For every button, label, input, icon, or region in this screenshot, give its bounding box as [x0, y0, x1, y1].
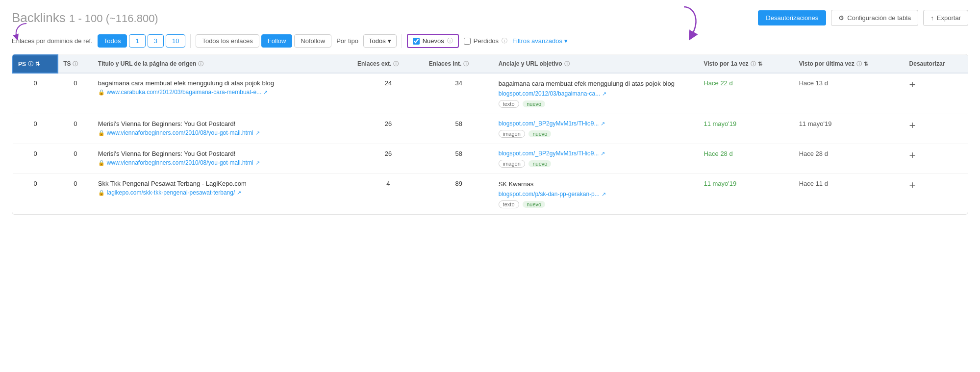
enlaces-int-cell: 89 [424, 174, 494, 215]
external-link-icon[interactable]: ↗ [237, 190, 241, 196]
desautorizar-column-header: Desautorizar [905, 55, 968, 73]
perdidos-info-icon[interactable]: ⓘ [502, 37, 507, 45]
header-actions: Desautorizaciones ⚙ Configuración de tab… [758, 10, 968, 26]
three-filter-btn[interactable]: 3 [148, 34, 164, 48]
visto-ultima-column-header[interactable]: Visto por última vez ⓘ ⇅ [794, 55, 905, 73]
nuevos-filter-area: Nuevos ⓘ [407, 34, 459, 48]
lock-icon: 🔒 [98, 89, 105, 96]
desautorizar-add-button[interactable]: + [909, 180, 916, 191]
enlaces-ext-column-header[interactable]: Enlaces ext. ⓘ [352, 55, 424, 73]
external-link-icon[interactable]: ↗ [255, 130, 260, 136]
target-external-icon[interactable]: ↗ [601, 121, 605, 127]
perdidos-checkbox[interactable] [464, 38, 471, 45]
perdidos-filter-area: Perdidos ⓘ [464, 37, 507, 45]
visto-ultima-cell: Hace 11 d [794, 174, 905, 215]
por-tipo-select[interactable]: Todos ▾ [363, 34, 397, 48]
desautorizar-cell: + [905, 174, 968, 215]
visto-primera-date: 11 mayo'19 [704, 180, 736, 187]
target-link[interactable]: blogspot.com/_BP2gyMvM1rs/THio9... [499, 150, 599, 157]
enlaces-int-column-header[interactable]: Enlaces int. ⓘ [424, 55, 494, 73]
visto-primera-cell: 11 mayo'19 [699, 114, 794, 144]
perdidos-label: Perdidos [474, 37, 499, 45]
domain-filter-group: Todos 1 3 10 [98, 34, 186, 48]
source-title: Merisi's Vienna for Beginners: You Got P… [98, 150, 348, 157]
visto-primera-date: Hace 22 d [704, 79, 732, 87]
config-table-button[interactable]: ⚙ Configuración de tabla [831, 10, 918, 26]
ps-cell: 0 [13, 144, 58, 174]
table-row: 0 0 Skk Tkk Pengenal Pesawat Terbang - L… [13, 174, 968, 215]
source-cell: Merisi's Vienna for Beginners: You Got P… [93, 114, 352, 144]
source-link[interactable]: lagikepo.com/skk-tkk-pengenal-pesawat-te… [107, 189, 235, 196]
source-url: 🔒 www.carabuka.com/2012/03/bagaimana-car… [98, 89, 348, 96]
external-link-icon[interactable]: ↗ [263, 89, 268, 96]
target-url-row: blogspot.com/_BP2gyMvM1rs/THio9... ↗ [499, 120, 694, 127]
ps-info-icon[interactable]: ⓘ [28, 60, 33, 68]
exportar-button[interactable]: ↑ Exportar [923, 10, 968, 26]
target-external-icon[interactable]: ↗ [602, 91, 606, 97]
badge-imagen: imagen [499, 130, 525, 138]
source-title: Skk Tkk Pengenal Pesawat Terbang - LagiK… [98, 180, 348, 187]
visto-ultima-sort-icon[interactable]: ⇅ [864, 61, 868, 67]
follow-btn[interactable]: Follow [261, 34, 293, 48]
nuevos-checkbox[interactable] [413, 38, 420, 45]
desautorizar-cell: + [905, 73, 968, 114]
badge-imagen: imagen [499, 160, 525, 168]
ps-sort-icon[interactable]: ⇅ [35, 61, 40, 67]
filter-enlaces-group: Enlaces por dominios de ref. [12, 37, 93, 45]
source-cell: Skk Tkk Pengenal Pesawat Terbang - LagiK… [93, 174, 352, 215]
source-link[interactable]: www.viennaforbeginners.com/2010/08/you-g… [107, 159, 253, 166]
desautorizaciones-button[interactable]: Desautorizaciones [758, 10, 826, 25]
target-url-row: blogspot.com/2012/03/bagaimana-ca... ↗ [499, 90, 694, 97]
nuevos-info-icon[interactable]: ⓘ [447, 37, 453, 45]
enlaces-int-info-icon[interactable]: ⓘ [463, 60, 469, 68]
anclaje-url-column-header: Anclaje y URL objetivo ⓘ [494, 55, 699, 73]
desautorizar-add-button[interactable]: + [909, 120, 916, 131]
visto-primera-info-icon[interactable]: ⓘ [751, 60, 756, 68]
enlaces-ext-info-icon[interactable]: ⓘ [393, 60, 399, 68]
anclaje-info-icon[interactable]: ⓘ [564, 60, 570, 68]
nofollow-btn[interactable]: Nofollow [294, 34, 331, 48]
visto-primera-sort-icon[interactable]: ⇅ [758, 61, 762, 67]
badge-texto: texto [499, 100, 519, 108]
table-row: 0 0 Merisi's Vienna for Beginners: You G… [13, 144, 968, 174]
todos-enlaces-btn[interactable]: Todos los enlaces [196, 34, 259, 48]
visto-ultima-cell: Hace 13 d [794, 73, 905, 114]
one-filter-btn[interactable]: 1 [129, 34, 145, 48]
target-link[interactable]: blogspot.com/2012/03/bagaimana-ca... [499, 90, 600, 97]
target-link[interactable]: blogspot.com/_BP2gyMvM1rs/THio9... [499, 120, 599, 127]
backlinks-table: PS ⓘ ⇅ TS ⓘ Título y URL de la página de… [12, 54, 968, 214]
ps-column-header[interactable]: PS ⓘ ⇅ [13, 55, 58, 73]
titulo-info-icon[interactable]: ⓘ [198, 60, 203, 68]
badge-texto: texto [499, 200, 519, 208]
source-link[interactable]: www.carabuka.com/2012/03/bagaimana-cara-… [107, 89, 262, 96]
target-url-row: blogspot.com/p/sk-dan-pp-gerakan-p... ↗ [499, 191, 694, 198]
enlaces-ext-cell: 26 [352, 144, 424, 174]
page-header: Backlinks 1 - 100 (~116.800) Desautoriza… [12, 10, 968, 26]
visto-ultima-date: Hace 11 d [799, 180, 828, 187]
table-row: 0 0 bagaimana cara membuat efek menggulu… [13, 73, 968, 114]
enlaces-ext-cell: 26 [352, 114, 424, 144]
target-external-icon[interactable]: ↗ [602, 191, 606, 198]
nuevo-badge: nuevo [523, 201, 545, 208]
ten-filter-btn[interactable]: 10 [166, 34, 185, 48]
desautorizar-add-button[interactable]: + [909, 150, 916, 161]
ts-info-icon[interactable]: ⓘ [73, 60, 78, 68]
ps-cell: 0 [13, 114, 58, 144]
ts-column-header[interactable]: TS ⓘ [58, 55, 93, 73]
target-link[interactable]: blogspot.com/p/sk-dan-pp-gerakan-p... [499, 191, 600, 198]
external-link-icon[interactable]: ↗ [255, 160, 260, 166]
separator-1 [190, 34, 191, 48]
desautorizar-add-button[interactable]: + [909, 79, 916, 90]
table-body: 0 0 bagaimana cara membuat efek menggulu… [13, 73, 968, 214]
filtros-avanzados-link[interactable]: Filtros avanzados ▾ [512, 37, 568, 45]
visto-primera-column-header[interactable]: Visto por 1a vez ⓘ ⇅ [699, 55, 794, 73]
source-link[interactable]: www.viennaforbeginners.com/2010/08/you-g… [107, 129, 253, 136]
enlaces-int-cell: 58 [424, 144, 494, 174]
visto-primera-cell: 11 mayo'19 [699, 174, 794, 215]
badges-row: texto nuevo [499, 200, 694, 208]
visto-ultima-info-icon[interactable]: ⓘ [856, 60, 862, 68]
nuevo-badge: nuevo [528, 130, 551, 137]
target-external-icon[interactable]: ↗ [601, 150, 605, 157]
todos-filter-btn[interactable]: Todos [98, 34, 127, 48]
enlaces-int-cell: 34 [424, 73, 494, 114]
